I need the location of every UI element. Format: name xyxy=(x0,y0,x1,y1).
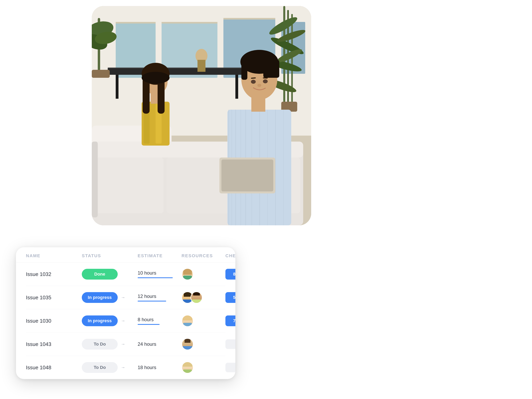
checklist-badge: 5 / 8 xyxy=(225,292,235,303)
issue-name: Issue 1032 xyxy=(26,271,82,277)
col-header-status: STATUS xyxy=(82,253,138,258)
status-cell: To Do → xyxy=(82,362,138,373)
resources-cell xyxy=(182,292,225,304)
svg-rect-70 xyxy=(197,60,205,72)
svg-rect-7 xyxy=(116,22,156,24)
estimate-value: 10 hours xyxy=(138,270,182,276)
checklist-empty xyxy=(225,339,235,349)
status-badge[interactable]: To Do xyxy=(82,339,118,349)
col-header-resources: RESOURCES xyxy=(182,253,225,258)
estimate-cell: 8 hours xyxy=(138,317,182,325)
svg-rect-11 xyxy=(116,75,119,99)
avatar xyxy=(182,362,194,374)
issue-name: Issue 1030 xyxy=(26,318,82,324)
estimate-value: 24 hours xyxy=(138,341,182,347)
checklist-cell: 5 / 8 xyxy=(225,292,235,303)
col-header-estimate: ESTIMATE xyxy=(138,253,182,258)
avatar xyxy=(182,315,194,327)
status-cell: To Do → xyxy=(82,339,138,349)
checklist-cell: 7 / 8 xyxy=(225,315,235,326)
status-badge[interactable]: Done xyxy=(82,269,118,280)
checklist-cell: 8 / 8 xyxy=(225,269,235,280)
svg-rect-18 xyxy=(92,70,110,78)
resources-cell xyxy=(182,338,225,350)
estimate-cell: 10 hours xyxy=(138,270,182,278)
estimate-cell: 24 hours xyxy=(138,341,182,347)
resources-cell xyxy=(182,362,225,374)
svg-rect-60 xyxy=(241,62,247,80)
svg-rect-9 xyxy=(223,18,275,19)
col-header-name: NAME xyxy=(26,253,82,258)
table-body: Issue 1032 Done 10 hours 8 / 8 Issue 103… xyxy=(16,263,235,379)
arrow-icon: → xyxy=(121,318,125,324)
estimate-cell: 12 hours xyxy=(138,293,182,301)
avatar xyxy=(182,268,194,280)
status-cell: In progress → xyxy=(82,292,138,303)
estimate-value: 8 hours xyxy=(138,317,182,322)
checklist-cell xyxy=(225,339,235,349)
estimate-value: 18 hours xyxy=(138,365,182,370)
svg-point-62 xyxy=(251,80,256,84)
avatar xyxy=(182,338,194,350)
arrow-icon: → xyxy=(121,295,125,300)
issue-name: Issue 1043 xyxy=(26,341,82,347)
table-row: Issue 1030 In progress → 8 hours 7 / 8 xyxy=(26,309,225,333)
estimate-value: 12 hours xyxy=(138,293,182,299)
table-row: Issue 1043 To Do → 24 hours xyxy=(26,333,225,356)
svg-rect-56 xyxy=(283,110,284,225)
checklist-badge: 8 / 8 xyxy=(225,269,235,280)
col-header-checklist: CHECKLIST xyxy=(225,253,235,258)
svg-point-63 xyxy=(263,79,268,83)
arrow-icon: → xyxy=(121,342,125,347)
svg-point-45 xyxy=(142,72,170,84)
svg-rect-68 xyxy=(222,160,273,191)
status-badge[interactable]: In progress xyxy=(82,315,118,326)
estimate-progress-bar xyxy=(138,324,160,325)
svg-rect-8 xyxy=(162,22,217,24)
arrow-icon: → xyxy=(121,365,125,370)
avatar xyxy=(190,292,203,304)
estimate-cell: 18 hours xyxy=(138,365,182,370)
status-cell: In progress → xyxy=(82,315,138,326)
status-cell: Done xyxy=(82,269,138,280)
svg-rect-13 xyxy=(108,67,247,69)
svg-rect-10 xyxy=(108,68,247,75)
resources-cell xyxy=(182,315,225,327)
issue-name: Issue 1048 xyxy=(26,364,82,371)
office-photo-card xyxy=(92,6,311,225)
resources-cell xyxy=(182,268,225,280)
svg-rect-61 xyxy=(263,60,279,78)
status-badge[interactable]: To Do xyxy=(82,362,118,373)
table-row: Issue 1048 To Do → 18 hours xyxy=(26,356,225,379)
issue-name: Issue 1035 xyxy=(26,294,82,301)
table-header: NAME STATUS ESTIMATE RESOURCES CHECKLIST xyxy=(16,247,235,263)
svg-point-66 xyxy=(257,84,261,87)
estimate-progress-bar xyxy=(138,277,173,278)
checklist-badge: 7 / 8 xyxy=(225,315,235,326)
svg-rect-12 xyxy=(235,75,238,99)
checklist-empty xyxy=(225,363,235,372)
svg-rect-36 xyxy=(92,142,98,217)
table-row: Issue 1035 In progress → 12 hours 5 / 8 xyxy=(26,286,225,309)
table-row: Issue 1032 Done 10 hours 8 / 8 xyxy=(26,263,225,286)
svg-rect-43 xyxy=(143,78,150,114)
issues-table-card: NAME STATUS ESTIMATE RESOURCES CHECKLIST… xyxy=(16,247,235,379)
checklist-cell xyxy=(225,363,235,372)
svg-rect-33 xyxy=(96,157,164,213)
svg-rect-55 xyxy=(275,110,276,225)
estimate-progress-bar xyxy=(138,301,166,301)
status-badge[interactable]: In progress xyxy=(82,292,118,303)
